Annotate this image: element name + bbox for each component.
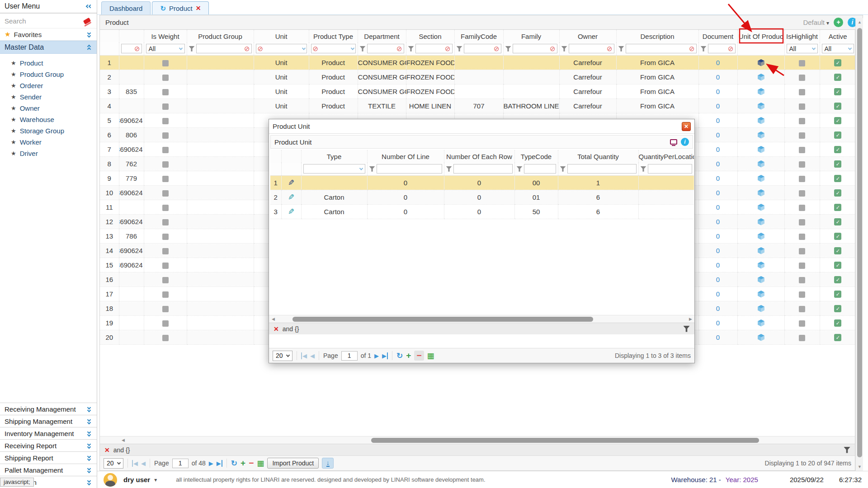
is-weight-checkbox[interactable]: [162, 75, 169, 81]
unit-of-product-cube-icon[interactable]: [757, 261, 765, 269]
is-weight-checkbox[interactable]: [162, 320, 169, 327]
chevron-down-icon[interactable]: [86, 431, 92, 436]
page-size-select[interactable]: 20: [104, 458, 123, 469]
funnel-icon[interactable]: [408, 46, 414, 52]
document-count-link[interactable]: 0: [716, 189, 720, 197]
number-of-each-row-filter-input[interactable]: [453, 164, 513, 174]
is-highlight-filter-select[interactable]: All: [787, 44, 818, 53]
export-grid-icon[interactable]: ▦: [427, 351, 434, 361]
col-description[interactable]: Description: [616, 30, 698, 42]
unit-of-product-cube-icon[interactable]: [757, 174, 765, 182]
document-count-link[interactable]: 0: [716, 261, 720, 269]
is-weight-checkbox[interactable]: [162, 147, 169, 153]
sidebar-section[interactable]: Receiving Management: [0, 403, 97, 415]
is-highlight-checkbox[interactable]: [799, 132, 805, 139]
scroll-left-icon[interactable]: ◀: [122, 438, 125, 442]
sidebar-item[interactable]: ★ Owner: [0, 103, 97, 114]
sidebar-section[interactable]: Shipping Report: [0, 451, 97, 464]
is-highlight-checkbox[interactable]: [799, 147, 805, 153]
active-checkbox[interactable]: ✓: [834, 276, 841, 283]
funnel-icon[interactable]: [517, 166, 523, 172]
monitor-icon[interactable]: [670, 139, 677, 145]
is-highlight-checkbox[interactable]: [799, 60, 805, 66]
previous-page-button[interactable]: ◀: [310, 352, 315, 359]
col-family-code[interactable]: FamilyCode: [454, 30, 503, 42]
edit-row-icon[interactable]: ✎: [288, 192, 294, 202]
page-size-select[interactable]: 20: [273, 351, 292, 361]
first-page-button[interactable]: ◀: [301, 352, 307, 359]
active-checkbox[interactable]: ✓: [834, 117, 841, 124]
active-checkbox[interactable]: ✓: [834, 334, 841, 341]
horizontal-scrollbar[interactable]: ◀: [100, 436, 855, 444]
col-active[interactable]: Active: [820, 30, 855, 42]
active-checkbox[interactable]: ✓: [834, 103, 841, 110]
is-weight-checkbox[interactable]: [162, 263, 169, 269]
clear-search-icon[interactable]: [83, 18, 91, 24]
document-count-link[interactable]: 0: [716, 59, 720, 66]
funnel-icon[interactable]: [189, 46, 195, 52]
type-filter-select[interactable]: [303, 164, 365, 174]
funnel-icon[interactable]: [618, 46, 624, 52]
active-checkbox[interactable]: ✓: [834, 189, 841, 197]
clear-filter-expression-icon[interactable]: ✕: [274, 325, 279, 333]
sidebar-section[interactable]: Pallet Management: [0, 464, 97, 476]
active-checkbox[interactable]: ✓: [834, 175, 841, 182]
is-highlight-checkbox[interactable]: [799, 161, 805, 168]
scroll-right-icon[interactable]: ▶: [689, 317, 692, 321]
add-row-icon[interactable]: +: [241, 458, 245, 468]
is-highlight-checkbox[interactable]: [799, 219, 805, 225]
sidebar-item[interactable]: ★ Worker: [0, 136, 97, 148]
unit-of-product-cube-icon[interactable]: [757, 117, 765, 124]
is-weight-checkbox[interactable]: [162, 176, 169, 182]
document-count-link[interactable]: 0: [716, 232, 720, 240]
table-row[interactable]: 1 Unit Product CONSUMER GOOD FROZEN FOOD…: [100, 55, 855, 70]
col-owner[interactable]: Owner: [559, 30, 616, 42]
add-row-icon[interactable]: +: [406, 351, 411, 361]
unit-of-product-cube-icon[interactable]: [757, 203, 765, 211]
clear-filter-icon[interactable]: ⊘: [689, 45, 695, 52]
scrollbar-thumb[interactable]: [371, 438, 759, 443]
download-template-button[interactable]: ↓: [322, 458, 334, 469]
page-number-input[interactable]: [341, 351, 358, 361]
avatar[interactable]: [104, 473, 117, 487]
active-checkbox[interactable]: ✓: [834, 146, 841, 153]
chevron-down-icon[interactable]: [86, 479, 92, 485]
previous-page-button[interactable]: ◀: [141, 460, 146, 467]
sidebar-section[interactable]: Shipping Management: [0, 415, 97, 427]
active-checkbox[interactable]: ✓: [834, 59, 841, 66]
is-highlight-checkbox[interactable]: [799, 263, 805, 269]
is-weight-checkbox[interactable]: [162, 190, 169, 197]
sidebar-item[interactable]: ★ Warehouse: [0, 114, 97, 125]
vertical-scrollbar[interactable]: ▲ ▼: [855, 18, 863, 471]
family-filter-input[interactable]: ⊘: [513, 44, 557, 53]
favorites-section[interactable]: ★ Favorites: [0, 28, 97, 41]
remove-row-icon[interactable]: −: [249, 458, 254, 468]
document-count-link[interactable]: 0: [716, 203, 720, 211]
document-count-link[interactable]: 0: [716, 305, 720, 312]
active-checkbox[interactable]: ✓: [834, 262, 841, 269]
user-menu-button[interactable]: dry user ▾: [123, 476, 157, 483]
col-unit-of-product[interactable]: Unit Of Produc: [737, 30, 784, 42]
is-highlight-checkbox[interactable]: [799, 190, 805, 197]
col-type-code[interactable]: TypeCode: [514, 150, 558, 163]
col-family[interactable]: Family: [503, 30, 559, 42]
refresh-tab-icon[interactable]: ↻: [160, 2, 166, 14]
is-weight-checkbox[interactable]: [162, 205, 169, 211]
search-input[interactable]: [0, 17, 77, 25]
unit-of-product-cube-icon[interactable]: [757, 290, 765, 298]
document-count-link[interactable]: 0: [716, 131, 720, 139]
quantity-per-location-filter-input[interactable]: [648, 164, 693, 174]
is-highlight-checkbox[interactable]: [799, 176, 805, 182]
clear-filter-icon[interactable]: ⊘: [258, 45, 264, 52]
sidebar-item[interactable]: ★ Sender: [0, 91, 97, 103]
description-filter-input[interactable]: ⊘: [626, 44, 697, 53]
col-type[interactable]: Type: [301, 150, 367, 163]
document-count-link[interactable]: 0: [716, 73, 720, 81]
document-count-link[interactable]: 0: [716, 102, 720, 110]
master-data-section[interactable]: Master Data: [0, 41, 97, 54]
funnel-icon[interactable]: [446, 166, 452, 172]
col-document[interactable]: Document: [698, 30, 737, 42]
is-highlight-checkbox[interactable]: [799, 306, 805, 312]
close-tab-icon[interactable]: ✕: [196, 2, 201, 14]
document-count-link[interactable]: 0: [716, 290, 720, 298]
